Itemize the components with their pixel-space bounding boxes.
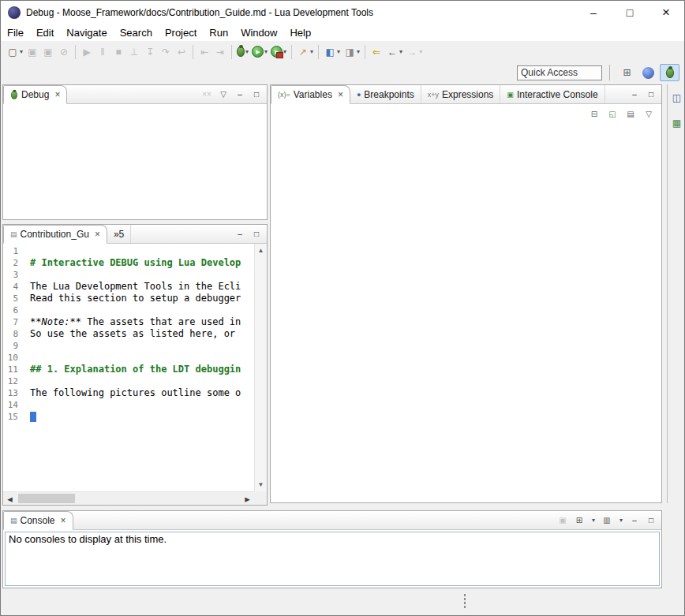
line-text[interactable] <box>25 269 30 281</box>
line-text[interactable]: # Interactive DEBUG using Lua Develop <box>25 257 241 269</box>
line-text[interactable]: Read this section to setup a debugger <box>25 293 241 304</box>
line-text[interactable] <box>25 245 30 257</box>
dropdown-arrow-icon[interactable]: ▾ <box>310 48 313 55</box>
clear-console-button[interactable]: ▣ <box>558 516 567 525</box>
editor-text-area[interactable]: 12# Interactive DEBUG using Lua Develop3… <box>3 244 254 491</box>
suspend-button[interactable]: ‖ <box>95 43 110 61</box>
editor-tab-5[interactable]: »5 <box>107 225 131 243</box>
maximize-button[interactable]: □ <box>252 230 261 238</box>
minimize-button[interactable]: – <box>235 230 245 238</box>
dropdown-arrow-icon[interactable]: ▾ <box>592 517 595 524</box>
lua-perspective-button[interactable] <box>638 64 658 81</box>
scroll-track[interactable] <box>17 492 241 505</box>
open-console-button[interactable]: ⊞ <box>575 516 584 525</box>
step-over-button[interactable]: ↷ <box>158 43 174 61</box>
layout-button[interactable]: ▤ <box>626 110 635 118</box>
outline-view-button[interactable]: ▦ <box>669 115 685 131</box>
variables-tab-variables[interactable]: (x)=Variables× <box>271 85 350 104</box>
close-icon[interactable]: × <box>95 229 100 240</box>
menu-edit[interactable]: Edit <box>30 24 60 41</box>
save-button[interactable]: ▣ <box>24 43 40 61</box>
dropdown-arrow-icon[interactable]: ▾ <box>264 48 268 55</box>
menu-file[interactable]: File <box>1 24 30 41</box>
maximize-window-button[interactable]: □ <box>612 1 648 24</box>
line-text[interactable] <box>25 375 30 387</box>
scroll-down-icon[interactable]: ▼ <box>258 478 264 491</box>
menu-navigate[interactable]: Navigate <box>60 24 113 41</box>
editor-tab-contribution-gu[interactable]: ▤Contribution_Gu× <box>3 225 107 244</box>
attach-debug-button[interactable]: ↗▾ <box>295 43 315 61</box>
quick-access-input[interactable]: Quick Access <box>517 65 602 80</box>
step-into-button[interactable]: ↧ <box>142 43 158 61</box>
minimize-button[interactable]: – <box>630 516 639 525</box>
menu-run[interactable]: Run <box>203 24 234 41</box>
collapse-all-button[interactable]: ⊟ <box>590 110 599 118</box>
close-icon[interactable]: × <box>61 515 66 526</box>
line-text[interactable]: **Note:** The assets that are used in <box>25 316 241 328</box>
run-button[interactable]: ▶▾ <box>250 43 269 61</box>
line-text[interactable]: So use the assets as listed here, or <box>25 328 241 340</box>
close-window-button[interactable]: × <box>648 1 684 24</box>
minimize-button[interactable]: – <box>235 90 245 99</box>
line-text[interactable] <box>25 399 30 411</box>
scroll-left-icon[interactable]: ◂ <box>3 493 17 505</box>
debug-button[interactable]: ▾ <box>235 43 250 61</box>
new-wizard-button[interactable]: ▢▾ <box>5 43 24 61</box>
disconnect-button[interactable]: ⊥ <box>126 43 142 61</box>
display-selected-console-button[interactable]: ▥ <box>602 516 612 525</box>
maximize-button[interactable]: □ <box>252 90 261 99</box>
editor-vertical-scrollbar[interactable]: ▲ ▼ <box>254 244 267 491</box>
forward-button[interactable]: →▾ <box>404 43 424 61</box>
line-text[interactable]: The following pictures outline some o <box>25 387 241 399</box>
open-perspective-button[interactable]: ⊞ <box>617 64 637 81</box>
scroll-up-icon[interactable]: ▲ <box>258 244 264 257</box>
editor-horizontal-scrollbar[interactable]: ◂ ▸ <box>3 491 254 505</box>
line-text[interactable] <box>25 411 36 423</box>
minimize-button[interactable]: – <box>630 90 639 99</box>
menu-window[interactable]: Window <box>234 24 283 41</box>
drop-to-frame-button[interactable]: ⇤ <box>197 43 212 61</box>
resume-button[interactable]: ▶ <box>79 43 95 61</box>
new-lua-element-button[interactable]: ◧▾ <box>322 43 342 61</box>
sash-handle[interactable] <box>463 593 466 608</box>
line-text[interactable] <box>25 352 30 364</box>
scroll-right-icon[interactable]: ▸ <box>241 493 254 505</box>
line-text[interactable]: The Lua Development Tools in the Ecli <box>25 281 241 293</box>
menu-help[interactable]: Help <box>283 24 317 41</box>
dropdown-arrow-icon[interactable]: ▾ <box>399 48 402 55</box>
line-text[interactable]: ## 1. Explanation of the LDT debuggin <box>25 364 241 375</box>
variables-tab-breakpoints[interactable]: ●Breakpoints <box>350 85 421 103</box>
remove-all-terminated-button[interactable]: ×× <box>202 90 211 99</box>
dropdown-arrow-icon[interactable]: ▾ <box>357 48 360 55</box>
line-text[interactable] <box>25 304 30 316</box>
variables-tab-expressions[interactable]: x+yExpressions <box>421 85 501 103</box>
step-return-button[interactable]: ↩ <box>174 43 189 61</box>
debug-tab[interactable]: Debug × <box>3 85 67 104</box>
open-element-button[interactable]: ◨▾ <box>342 43 361 61</box>
last-edit-location-button[interactable]: ⇐ <box>369 43 384 61</box>
view-menu-button[interactable]: ▽ <box>644 110 653 118</box>
dropdown-arrow-icon[interactable]: ▾ <box>419 48 422 55</box>
maximize-button[interactable]: □ <box>646 516 656 525</box>
use-step-filters-button[interactable]: ⇥ <box>212 43 228 61</box>
dropdown-arrow-icon[interactable]: ▾ <box>245 48 249 55</box>
show-logical-structure-button[interactable]: ◱ <box>608 110 617 118</box>
variables-tab-interactive-console[interactable]: ▣Interactive Console <box>500 85 605 103</box>
dropdown-arrow-icon[interactable]: ▾ <box>283 48 286 55</box>
dropdown-arrow-icon[interactable]: ▾ <box>337 48 340 55</box>
debug-perspective-button[interactable] <box>660 64 679 81</box>
view-menu-button[interactable]: ▽ <box>219 90 228 99</box>
close-icon[interactable]: × <box>338 89 343 100</box>
save-all-button[interactable]: ▣ <box>40 43 56 61</box>
back-button[interactable]: ←▾ <box>384 43 404 61</box>
dropdown-arrow-icon[interactable]: ▾ <box>20 48 23 55</box>
menu-search[interactable]: Search <box>114 24 159 41</box>
terminate-button[interactable]: ■ <box>110 43 126 61</box>
external-tools-button[interactable]: ▶▾ <box>269 43 288 61</box>
menu-project[interactable]: Project <box>159 24 203 41</box>
maximize-button[interactable]: □ <box>646 90 656 99</box>
console-tab[interactable]: ▤ Console × <box>3 511 73 530</box>
close-icon[interactable]: × <box>54 89 60 100</box>
minimize-window-button[interactable]: – <box>575 1 612 24</box>
scroll-thumb[interactable] <box>18 494 75 503</box>
